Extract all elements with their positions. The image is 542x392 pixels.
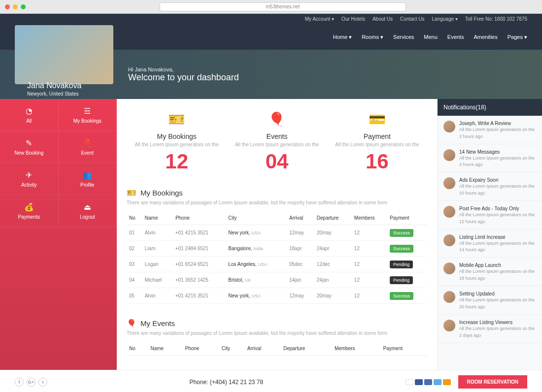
stat-events: 🎈EventsAll the Lorem Ipsum generators on… [227, 111, 327, 173]
events-subtitle: There are many variations of passages of… [127, 330, 427, 336]
avatar [443, 177, 455, 189]
sidebar-item-activity[interactable]: ✈Activity [0, 163, 59, 195]
room-reservation-button[interactable]: ROOM RESERVATION [458, 375, 527, 389]
nav-home[interactable]: Home ▾ [333, 34, 352, 40]
visa-icon [415, 379, 423, 385]
notification-item[interactable]: Post Free Ads - Today OnlyAll the Lorem … [438, 201, 542, 229]
address-bar[interactable]: m53themes.net [160, 2, 406, 11]
col-departure: Departure [314, 211, 352, 225]
browser-chrome: m53themes.net [0, 0, 542, 14]
stat-title: Events [227, 132, 327, 140]
sidebar-item-payments[interactable]: 💰Payments [0, 195, 59, 227]
top-our-hotels[interactable]: Our Hotels [341, 16, 365, 22]
cell-departure: 20may [314, 288, 352, 304]
nav-amenities[interactable]: Amenities [474, 34, 497, 40]
profile-name: Jana Novakova [27, 81, 81, 90]
cell-arrival: 05dec [287, 257, 314, 272]
table-row[interactable]: 01Alvin+01 4215 3521New york, USA12may20… [127, 225, 427, 241]
hero-banner: Jana Novakova Newyork, United States Hi … [0, 50, 542, 99]
sidebar-item-my-bookings[interactable]: ☰My Bookings [59, 99, 117, 131]
table-row[interactable]: 03Logan+01 6524 6521Los Angeles, USA05de… [127, 257, 427, 272]
discover-icon [434, 379, 441, 385]
close-window-icon[interactable] [5, 4, 10, 9]
payment-icons [406, 379, 451, 385]
cell-phone: +01 4215 3521 [173, 288, 226, 304]
bookings-title: My Bookings [140, 189, 183, 197]
cell-no: 01 [127, 225, 142, 241]
balloons-icon: 🎈 [127, 319, 136, 328]
notif-title: Mobile App Launch [459, 262, 536, 268]
cell-city: Bangalore, India [226, 241, 287, 257]
nav-rooms[interactable]: Rooms ▾ [362, 34, 383, 40]
top-my-account[interactable]: My Account ▾ [305, 16, 334, 22]
notif-desc: All the Lorem Ipsum generators on the [459, 184, 536, 190]
notif-time: 10 hours ago [459, 191, 536, 196]
nav-events[interactable]: Events [447, 34, 464, 40]
notification-item[interactable]: Setting UpdatedAll the Lorem Ipsum gener… [438, 286, 542, 315]
notif-desc: All the Lorem Ipsum generators on the [459, 212, 536, 218]
notif-time: 14 hours ago [459, 247, 536, 252]
table-row[interactable]: 05Alvin+01 4215 3521New york, USA12may20… [127, 288, 427, 304]
cell-city: New york, USA [226, 225, 287, 241]
ecol-no: No [127, 342, 148, 356]
top-about-us[interactable]: About Us [373, 16, 393, 22]
hero-greeting: Hi Jana Novakova, [128, 66, 239, 72]
cell-city: Los Angeles, USA [226, 257, 287, 272]
notif-time: 20 hours ago [459, 304, 536, 309]
cell-city: Bristol, UK [226, 272, 287, 288]
notif-time: 4 hours ago [459, 162, 536, 167]
cell-arrival: 12may [287, 288, 314, 304]
top-toll-free: Toll Free No: 1800 102 7875 [465, 16, 527, 22]
nav-services[interactable]: Services [393, 34, 414, 40]
notif-time: 2 days ago [459, 333, 536, 338]
google-plus-icon[interactable]: G+ [27, 378, 35, 387]
notification-item[interactable]: Ads Expairy SoonAll the Lorem Ipsum gene… [438, 172, 542, 201]
notification-item[interactable]: Increase Listing ViewersAll the Lorem Ip… [438, 315, 542, 343]
sidebar-label: Activity [21, 182, 37, 188]
table-row[interactable]: 04Michael+01 3652 1425Bristol, UK14jan24… [127, 272, 427, 288]
cell-members: 12 [352, 257, 387, 272]
notif-time: 2 hours ago [459, 134, 536, 139]
sidebar-item-logout[interactable]: ⏏Logout [59, 195, 117, 227]
avatar [443, 262, 455, 274]
table-row[interactable]: 02Liam+01 2484 6521Bangalore, India18apr… [127, 241, 427, 257]
cell-phone: +01 3652 1425 [173, 272, 226, 288]
status-badge: Pending [390, 276, 413, 284]
notif-desc: All the Lorem Ipsum generators on the [459, 156, 536, 162]
cell-no: 02 [127, 241, 142, 257]
main-content: 🎫My BookingsAll the Lorem Ipsum generato… [117, 99, 437, 370]
nav-menu[interactable]: Menu [424, 34, 438, 40]
top-language[interactable]: Language ▾ [432, 16, 458, 22]
sidebar-item-profile[interactable]: 👥Profile [59, 163, 117, 195]
footer-phone: Phone: (+404) 142 21 23 78 [189, 379, 263, 386]
maximize-window-icon[interactable] [21, 4, 26, 9]
nav-pages[interactable]: Pages ▾ [508, 34, 527, 40]
cell-departure: 24apr [314, 241, 352, 257]
stat-number: 04 [227, 150, 327, 173]
ecol-members: Members [332, 342, 381, 356]
avatar [443, 149, 455, 161]
facebook-icon[interactable]: f [15, 378, 24, 387]
cell-phone: +01 6524 6521 [173, 257, 226, 272]
sidebar-item-all[interactable]: ◔All [0, 99, 59, 131]
notification-item[interactable]: Joseph, Write A ReviewAll the Lorem Ipsu… [438, 116, 542, 144]
notif-desc: All the Lorem Ipsum generators on the [459, 269, 536, 275]
notification-item[interactable]: 14 New MessagesAll the Lorem Ipsum gener… [438, 144, 542, 173]
cell-name: Michael [142, 272, 173, 288]
sidebar-label: Profile [80, 182, 94, 188]
stat-icon: 💳 [327, 111, 427, 128]
minimize-window-icon[interactable] [13, 4, 18, 9]
notification-item[interactable]: Mobile App LaunchAll the Lorem Ipsum gen… [438, 258, 542, 286]
cell-departure: 12dec [314, 257, 352, 272]
cell-name: Alvin [142, 225, 173, 241]
cell-departure: 24jan [314, 272, 352, 288]
twitter-icon[interactable]: t [38, 378, 47, 387]
col-city: City [226, 211, 287, 225]
sidebar-item-event[interactable]: 🎈Event [59, 131, 117, 163]
notif-title: Setting Updated [459, 291, 536, 296]
notification-item[interactable]: Listing Limit IncreaseAll the Lorem Ipsu… [438, 229, 542, 258]
cell-members: 12 [352, 272, 387, 288]
sidebar-item-new-booking[interactable]: ✎New Booking [0, 131, 59, 163]
top-contact-us[interactable]: Contact Us [400, 16, 424, 22]
avatar [443, 121, 455, 132]
